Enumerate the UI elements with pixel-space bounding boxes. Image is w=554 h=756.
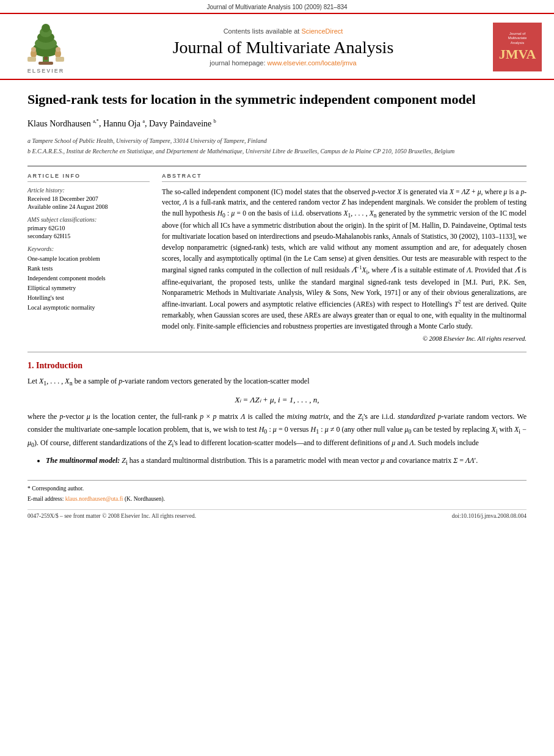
intro-heading: 1. Introduction xyxy=(27,361,527,371)
intro-section: 1. Introduction Let X1, . . . , Xn be a … xyxy=(27,361,527,468)
keywords-label: Keywords: xyxy=(27,245,150,252)
elsevier-logo-area: ELSEVIER xyxy=(12,20,79,74)
bottom-bar: 0047-259X/$ – see front matter © 2008 El… xyxy=(27,509,527,519)
authors-line: Klaus Nordhausen a,*, Hannu Oja a, Davy … xyxy=(27,117,527,130)
jmva-logo-area: Journal ofMultivariateAnalysis JMVA xyxy=(487,23,542,71)
svg-point-9 xyxy=(31,47,36,52)
affiliations: a Tampere School of Public Health, Unive… xyxy=(27,136,527,156)
kw-3: Independent component models xyxy=(27,274,150,283)
equation-display: Xᵢ = ΛZᵢ + μ, i = 1, . . . , n, xyxy=(64,395,490,405)
elsevier-tree-icon xyxy=(21,20,70,66)
article-info-column: ARTICLE INFO Article history: Received 1… xyxy=(27,173,150,343)
homepage-label: journal homepage: xyxy=(210,59,265,67)
ams-block: AMS subject classifications: primary 62G… xyxy=(27,216,150,239)
copyright-line: © 2008 Elsevier Inc. All rights reserved… xyxy=(162,335,527,342)
svg-rect-7 xyxy=(38,62,53,65)
kw-1: One-sample location problem xyxy=(27,254,150,264)
kw-4: Elliptical symmetry xyxy=(27,283,150,293)
footnote-area: * Corresponding author. E-mail address: … xyxy=(27,480,527,503)
jmva-logo-box: Journal ofMultivariateAnalysis JMVA xyxy=(493,23,542,71)
bullet-multinormal: The multinormal model: Zi has a standard… xyxy=(46,455,527,468)
abstract-column: ABSTRACT The so-called independent compo… xyxy=(162,173,527,343)
intro-para2: where the p-vector μ is the location cen… xyxy=(27,411,527,450)
svg-point-11 xyxy=(56,47,60,52)
doi-line: doi:10.1016/j.jmva.2008.08.004 xyxy=(452,513,527,519)
intro-body2: where the p-vector μ is the location cen… xyxy=(27,411,527,450)
contents-label: Contents lists available at xyxy=(224,27,300,35)
jmva-title-small: Journal ofMultivariateAnalysis xyxy=(508,32,527,45)
ams-primary: primary 62G10 xyxy=(27,225,150,231)
keywords-list: One-sample location problem Rank tests I… xyxy=(27,254,150,313)
article-title: Signed-rank tests for location in the sy… xyxy=(27,91,527,109)
ams-secondary: secondary 62H15 xyxy=(27,233,150,239)
bullet1-bold: The multinormal model: xyxy=(46,456,120,465)
sciencedirect-link[interactable]: ScienceDirect xyxy=(301,27,343,35)
author-paindaveine: Davy Paindaveine b xyxy=(149,119,216,128)
svg-rect-13 xyxy=(56,57,64,62)
intro-body: Let X1, . . . , Xn be a sample of p-vari… xyxy=(27,376,527,388)
homepage-url[interactable]: www.elsevier.com/locate/jmva xyxy=(268,59,357,67)
elsevier-logo: ELSEVIER xyxy=(12,20,79,74)
intro-title: Introduction xyxy=(36,361,82,370)
section-divider xyxy=(27,352,527,352)
affil-a: a Tampere School of Public Health, Unive… xyxy=(27,136,527,145)
kw-2: Rank tests xyxy=(27,264,150,274)
svg-point-6 xyxy=(42,24,50,32)
intro-number: 1. xyxy=(27,361,34,370)
journal-title: Journal of Multivariate Analysis xyxy=(79,38,487,57)
sciencedirect-line: Contents lists available at ScienceDirec… xyxy=(79,27,487,35)
history-label: Article history: xyxy=(27,187,150,194)
kw-6: Local asymptotic normality xyxy=(27,303,150,313)
footnote-corresponding: * Corresponding author. xyxy=(27,484,527,493)
journal-homepage-line: journal homepage: www.elsevier.com/locat… xyxy=(79,59,487,67)
journal-header: ELSEVIER Contents lists available at Sci… xyxy=(0,14,554,80)
ams-label: AMS subject classifications: xyxy=(27,216,150,223)
article-info-label: ARTICLE INFO xyxy=(27,173,150,182)
issn-line: 0047-259X/$ – see front matter © 2008 El… xyxy=(27,513,196,519)
equation-text: Xᵢ = ΛZᵢ + μ, i = 1, . . . , n, xyxy=(235,395,319,404)
affil-b: b E.C.A.R.E.S., Institut de Recherche en… xyxy=(27,147,527,156)
elsevier-wordmark: ELSEVIER xyxy=(27,68,65,74)
page: Journal of Multivariate Analysis 100 (20… xyxy=(0,0,554,756)
author-oja: Hannu Oja a xyxy=(103,119,145,128)
article-info-abstract: ARTICLE INFO Article history: Received 1… xyxy=(27,165,527,343)
keywords-section: Keywords: One-sample location problem Ra… xyxy=(27,245,150,313)
bullet1-text: Zi has a standard multinormal distributi… xyxy=(122,456,478,465)
abstract-paragraph: The so-called independent component (IC)… xyxy=(162,187,527,332)
jmva-initials: JMVA xyxy=(499,46,536,62)
top-citation-bar: Journal of Multivariate Analysis 100 (20… xyxy=(0,0,554,14)
intro-para1: Let X1, . . . , Xn be a sample of p-vari… xyxy=(27,376,527,388)
kw-5: Hotelling's test xyxy=(27,293,150,303)
journal-citation: Journal of Multivariate Analysis 100 (20… xyxy=(206,4,347,10)
available-line: Available online 24 August 2008 xyxy=(27,203,150,210)
email-link[interactable]: klaus.nordhausen@uta.fi xyxy=(65,496,123,502)
author-nordhausen: Klaus Nordhausen a,* xyxy=(27,119,99,128)
svg-rect-12 xyxy=(27,57,36,62)
models-list: The multinormal model: Zi has a standard… xyxy=(46,455,527,468)
abstract-label: ABSTRACT xyxy=(162,173,527,182)
footnote-email: E-mail address: klaus.nordhausen@uta.fi … xyxy=(27,495,527,503)
main-content: Signed-rank tests for location in the sy… xyxy=(0,80,554,531)
journal-title-area: Contents lists available at ScienceDirec… xyxy=(79,27,487,67)
abstract-text: The so-called independent component (IC)… xyxy=(162,187,527,332)
received-line: Received 18 December 2007 xyxy=(27,195,150,202)
article-history-block: Article history: Received 18 December 20… xyxy=(27,187,150,210)
